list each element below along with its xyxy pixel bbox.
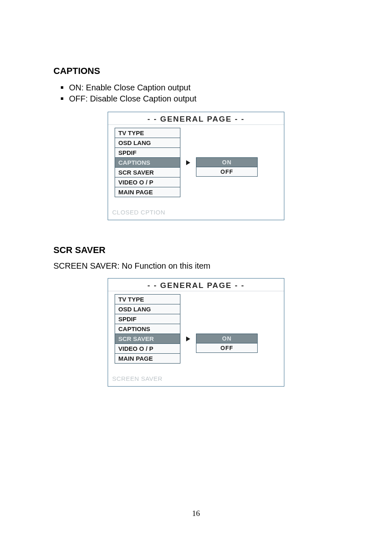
svg-marker-1 — [186, 336, 190, 341]
osd-screenshot-captions: - - GENERAL PAGE - - TV TYPE OSD LANG SP… — [108, 112, 284, 220]
osd-menu-item-spdif[interactable]: SPDIF — [115, 314, 180, 324]
osd-menu-item-captions[interactable]: CAPTIONS — [115, 324, 180, 334]
osd-status-text: SCREEN SAVER — [108, 364, 284, 386]
osd-menu-item-video-op[interactable]: VIDEO O / P — [115, 343, 180, 354]
osd-menu-item-scr-saver[interactable]: SCR SAVER — [115, 167, 180, 177]
osd-options-list: ON OFF — [196, 128, 258, 197]
osd-menu-list: TV TYPE OSD LANG SPDIF CAPTIONS SCR SAVE… — [115, 128, 180, 197]
osd-option-on[interactable]: ON — [196, 334, 258, 343]
osd-menu-item-captions[interactable]: CAPTIONS — [115, 157, 180, 168]
osd-status-text: CLOSED CPTION — [108, 197, 284, 220]
osd-option-off[interactable]: OFF — [196, 167, 258, 177]
bullet-item: ON: Enable Close Caption output — [61, 82, 339, 93]
osd-menu-item-spdif[interactable]: SPDIF — [115, 147, 180, 158]
osd-option-on[interactable]: ON — [196, 157, 258, 167]
osd-screenshot-scr-saver: - - GENERAL PAGE - - TV TYPE OSD LANG SP… — [108, 278, 284, 387]
svg-marker-0 — [186, 160, 190, 165]
bullet-item: OFF: Disable Close Caption output — [61, 93, 339, 104]
scr-saver-body: SCREEN SAVER: No Function on this item — [53, 261, 339, 271]
captions-heading: CAPTIONS — [53, 66, 339, 76]
osd-option-off[interactable]: OFF — [196, 343, 258, 353]
osd-menu-item-scr-saver[interactable]: SCR SAVER — [115, 334, 180, 344]
scr-saver-heading: SCR SAVER — [53, 245, 339, 256]
osd-title: - - GENERAL PAGE - - — [108, 279, 284, 291]
osd-menu-item-tv-type[interactable]: TV TYPE — [115, 294, 180, 304]
osd-menu-item-video-op[interactable]: VIDEO O / P — [115, 177, 180, 187]
osd-options-list: ON OFF — [196, 295, 258, 364]
osd-menu-item-osd-lang[interactable]: OSD LANG — [115, 304, 180, 314]
osd-menu-list: TV TYPE OSD LANG SPDIF CAPTIONS SCR SAVE… — [115, 295, 180, 364]
osd-menu-item-main-page[interactable]: MAIN PAGE — [115, 353, 180, 364]
osd-menu-item-main-page[interactable]: MAIN PAGE — [115, 187, 180, 197]
page-number: 16 — [0, 509, 392, 518]
osd-arrow-column — [184, 128, 192, 197]
osd-menu-item-tv-type[interactable]: TV TYPE — [115, 128, 180, 138]
osd-arrow-column — [184, 295, 192, 364]
osd-menu-item-osd-lang[interactable]: OSD LANG — [115, 138, 180, 148]
captions-bullets: ON: Enable Close Caption output OFF: Dis… — [53, 82, 339, 104]
osd-title: - - GENERAL PAGE - - — [108, 112, 284, 125]
osd-arrow-icon — [184, 334, 192, 344]
osd-arrow-icon — [184, 157, 192, 168]
